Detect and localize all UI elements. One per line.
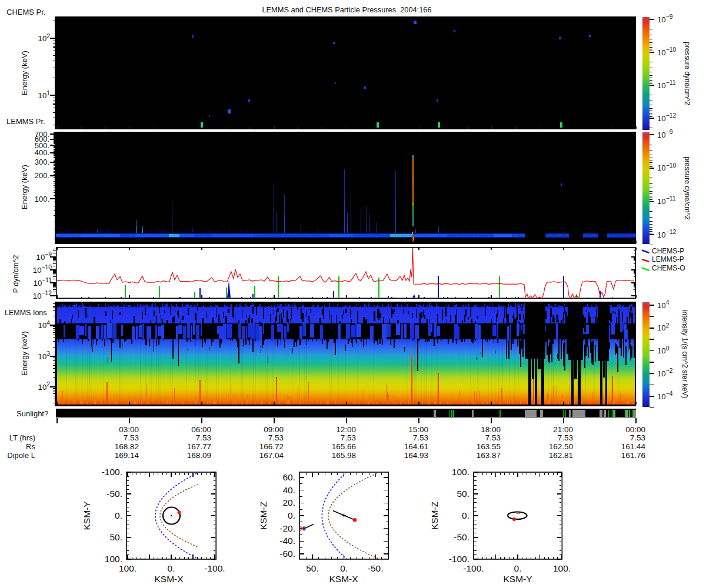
- svg-text:200.: 200.: [35, 171, 49, 180]
- svg-text:-100.: -100.: [449, 554, 469, 564]
- svg-text:-50.: -50.: [368, 563, 384, 573]
- svg-text:50.: 50.: [109, 532, 122, 542]
- svg-text:CHEMS-P: CHEMS-P: [652, 247, 684, 255]
- svg-text:40.: 40.: [282, 485, 295, 495]
- svg-text:15:00: 15:00: [408, 425, 428, 434]
- svg-text:20.: 20.: [282, 497, 295, 507]
- svg-text:P dyn/cm^2: P dyn/cm^2: [12, 255, 20, 293]
- svg-text:LEMMS and CHEMS Particle Press: LEMMS and CHEMS Particle Pressures 2004:…: [262, 5, 431, 14]
- svg-text:Sunlight?: Sunlight?: [16, 409, 48, 418]
- svg-text:100.: 100.: [452, 467, 469, 477]
- svg-text:06:00: 06:00: [191, 425, 211, 434]
- svg-text:pressure dyne/cm^2: pressure dyne/cm^2: [683, 42, 691, 105]
- svg-text:0.: 0.: [340, 563, 348, 573]
- svg-text:pressure dyne/cm^2: pressure dyne/cm^2: [683, 156, 691, 220]
- svg-text:167.77: 167.77: [187, 442, 211, 451]
- svg-text:-100.: -100.: [204, 563, 225, 573]
- svg-text:LEMMS-P: LEMMS-P: [652, 255, 684, 263]
- svg-text:60.: 60.: [282, 472, 295, 482]
- svg-text:-100.: -100.: [463, 563, 484, 573]
- svg-text:100.: 100.: [119, 563, 136, 573]
- svg-text:21:00: 21:00: [553, 425, 573, 434]
- svg-text:CHEMS-O: CHEMS-O: [652, 264, 685, 272]
- svg-text:161.76: 161.76: [621, 451, 645, 460]
- svg-text:0.: 0.: [462, 510, 469, 520]
- svg-text:Energy (keV): Energy (keV): [20, 331, 29, 376]
- svg-text:164.93: 164.93: [404, 451, 428, 460]
- svg-text:7.53: 7.53: [268, 433, 284, 442]
- svg-text:100.: 100.: [553, 563, 571, 573]
- svg-text:0.: 0.: [168, 563, 175, 573]
- svg-text:intensity 1/(s cm^2 ster keV): intensity 1/(s cm^2 ster keV): [681, 310, 689, 398]
- svg-text:50.: 50.: [306, 563, 319, 573]
- svg-text:KSM-X: KSM-X: [329, 574, 358, 584]
- svg-text:100.: 100.: [35, 195, 49, 203]
- svg-text:-50.: -50.: [106, 489, 122, 499]
- svg-text:LT (hrs): LT (hrs): [9, 433, 35, 442]
- svg-text:KSM-Z: KSM-Z: [258, 502, 268, 530]
- svg-text:166.72: 166.72: [259, 442, 284, 451]
- svg-text:KSM-Y: KSM-Y: [82, 501, 92, 530]
- svg-text:168.09: 168.09: [187, 451, 211, 460]
- svg-text:300.: 300.: [35, 158, 49, 166]
- svg-text:Rs: Rs: [26, 442, 35, 451]
- svg-text:12:00: 12:00: [336, 425, 356, 434]
- svg-text:163.87: 163.87: [477, 451, 501, 460]
- svg-text:-20.: -20.: [279, 523, 295, 533]
- svg-text:KSM-X: KSM-X: [154, 574, 184, 584]
- svg-text:03:00: 03:00: [119, 425, 139, 434]
- svg-text:-100.: -100.: [102, 467, 122, 477]
- svg-text:7.53: 7.53: [124, 433, 139, 442]
- svg-text:09:00: 09:00: [264, 425, 284, 434]
- svg-text:167.04: 167.04: [259, 451, 284, 460]
- svg-text:100.: 100.: [105, 554, 122, 564]
- svg-text:163.55: 163.55: [477, 442, 501, 451]
- svg-text:18:00: 18:00: [481, 425, 501, 434]
- svg-text:7.53: 7.53: [196, 433, 211, 442]
- svg-text:0.: 0.: [115, 510, 122, 520]
- svg-text:50.: 50.: [457, 489, 469, 499]
- svg-text:162.50: 162.50: [549, 442, 573, 451]
- svg-text:KSM-Z: KSM-Z: [429, 502, 439, 530]
- svg-text:Energy (keV): Energy (keV): [20, 165, 29, 209]
- svg-text:7.53: 7.53: [485, 433, 501, 442]
- svg-text:165.66: 165.66: [332, 442, 356, 451]
- svg-text:-40.: -40.: [279, 536, 295, 546]
- svg-text:Dipole L: Dipole L: [7, 451, 35, 460]
- svg-text:0.: 0.: [288, 510, 295, 520]
- svg-text:165.98: 165.98: [332, 451, 356, 460]
- svg-text:00:00: 00:00: [625, 425, 645, 434]
- svg-text:168.82: 168.82: [115, 442, 139, 451]
- svg-text:0.: 0.: [514, 563, 522, 573]
- svg-text:CHEMS Pr.: CHEMS Pr.: [6, 8, 45, 16]
- svg-text:7.53: 7.53: [558, 433, 573, 442]
- svg-text:161.44: 161.44: [621, 442, 646, 451]
- svg-text:-50.: -50.: [454, 532, 469, 542]
- svg-text:164.61: 164.61: [404, 442, 428, 451]
- svg-text:7.53: 7.53: [413, 433, 428, 442]
- svg-text:-60.: -60.: [279, 549, 295, 559]
- svg-text:LEMMS Pr.: LEMMS Pr.: [6, 117, 45, 126]
- svg-text:LEMMS Ions: LEMMS Ions: [5, 309, 47, 317]
- svg-text:KSM-Y: KSM-Y: [503, 574, 532, 584]
- svg-text:400.: 400.: [35, 148, 49, 157]
- svg-text:169.14: 169.14: [115, 451, 139, 460]
- svg-text:7.53: 7.53: [341, 433, 356, 442]
- svg-text:Energy (keV): Energy (keV): [20, 51, 29, 95]
- svg-text:7.53: 7.53: [630, 433, 645, 442]
- svg-text:162.81: 162.81: [549, 451, 573, 460]
